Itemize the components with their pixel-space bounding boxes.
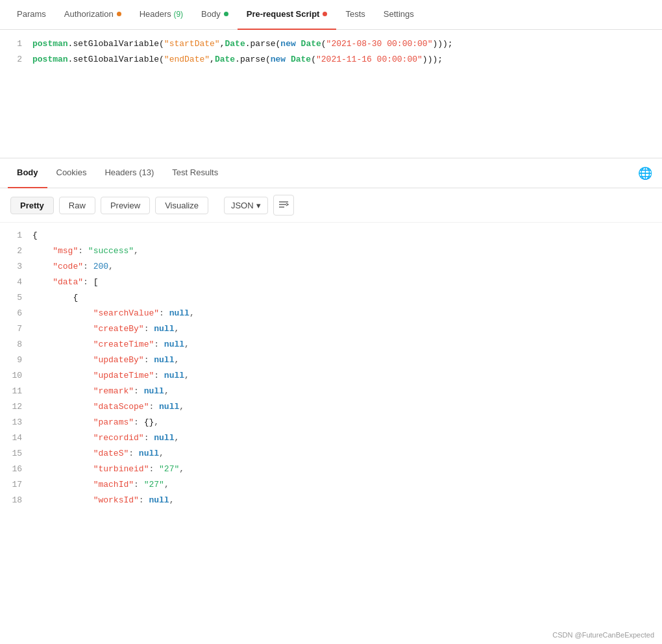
jln-5: 5	[10, 290, 22, 306]
tab-settings[interactable]: Settings	[374, 0, 423, 30]
authorization-dot	[117, 12, 121, 16]
jln-8: 8	[10, 337, 22, 353]
json-line-16: "turbineid": "27",	[32, 462, 662, 477]
format-preview-btn[interactable]: Preview	[101, 197, 150, 214]
line-num-1: 1	[10, 36, 22, 52]
tab-tests-label: Tests	[345, 9, 365, 19]
jln-10: 10	[10, 368, 22, 384]
json-line-11: "remark": null,	[32, 384, 662, 399]
format-raw-btn[interactable]: Raw	[59, 197, 95, 214]
json-line-6: "searchValue": null,	[32, 306, 662, 321]
json-select-label: JSON	[231, 201, 254, 210]
jln-11: 11	[10, 384, 22, 399]
jln-14: 14	[10, 430, 22, 446]
json-line-13: "params": {},	[32, 415, 662, 430]
json-line-3: "code": 200,	[32, 259, 662, 275]
json-code-content: { "msg": "success", "code": 200, "data":…	[32, 228, 662, 508]
tab-body[interactable]: Body	[192, 0, 238, 30]
json-line-18: "worksId": null,	[32, 493, 662, 508]
tab-params[interactable]: Params	[8, 0, 55, 30]
response-tab-cookies[interactable]: Cookies	[47, 158, 96, 188]
bottom-tab-bar: Body Cookies Headers (13) Test Results 🌐	[0, 158, 662, 188]
response-tab-testresults-label: Test Results	[172, 167, 218, 177]
jln-9: 9	[10, 353, 22, 368]
line-num-2: 2	[10, 52, 22, 68]
tab-body-label: Body	[201, 9, 221, 19]
response-tab-cookies-label: Cookies	[56, 167, 87, 177]
body-dot	[224, 12, 228, 16]
jln-1: 1	[10, 228, 22, 243]
json-line-12: "dataScope": null,	[32, 399, 662, 415]
json-code-area: 1 2 3 4 5 6 7 8 9 10 11 12 13 14 15 16 1…	[0, 223, 662, 514]
json-line-14: "recordid": null,	[32, 430, 662, 446]
jln-2: 2	[10, 243, 22, 259]
json-line-5: {	[32, 290, 662, 306]
response-tab-body-label: Body	[17, 167, 38, 177]
json-format-select[interactable]: JSON ▾	[224, 197, 268, 214]
code-area: 1 2 postman.setGlobalVariable("startDate…	[0, 30, 662, 74]
response-tab-body[interactable]: Body	[8, 158, 47, 188]
tab-prerequest[interactable]: Pre-request Script	[238, 0, 337, 30]
response-tab-testresults[interactable]: Test Results	[163, 158, 227, 188]
jln-18: 18	[10, 493, 22, 508]
json-line-4: "data": [	[32, 275, 662, 290]
tab-headers-label: Headers (9)	[140, 9, 183, 19]
bottom-tabs-left: Body Cookies Headers (13) Test Results	[8, 158, 227, 188]
line-numbers: 1 2	[0, 36, 32, 68]
wrap-text-btn[interactable]	[273, 195, 294, 216]
json-line-10: "updateTime": null,	[32, 368, 662, 384]
jln-12: 12	[10, 399, 22, 415]
tab-prerequest-label: Pre-request Script	[247, 9, 320, 19]
wrap-icon	[278, 199, 289, 211]
globe-icon[interactable]: 🌐	[636, 164, 654, 182]
json-line-2: "msg": "success",	[32, 243, 662, 259]
json-line-9: "updateBy": null,	[32, 353, 662, 368]
jln-17: 17	[10, 477, 22, 493]
tab-params-label: Params	[17, 9, 46, 19]
jln-16: 16	[10, 462, 22, 477]
tab-authorization-label: Authorization	[64, 9, 114, 19]
top-tab-bar: Params Authorization Headers (9) Body Pr…	[0, 0, 662, 30]
tab-authorization[interactable]: Authorization	[55, 0, 130, 30]
json-line-1: {	[32, 228, 662, 243]
json-response[interactable]: 1 2 3 4 5 6 7 8 9 10 11 12 13 14 15 16 1…	[0, 223, 662, 644]
code-content: postman.setGlobalVariable("startDate",Da…	[32, 36, 662, 68]
prerequest-dot	[323, 12, 327, 16]
jln-4: 4	[10, 275, 22, 290]
script-line-1: postman.setGlobalVariable("startDate",Da…	[32, 36, 662, 52]
response-tab-headers-label: Headers (13)	[104, 167, 154, 177]
tab-headers[interactable]: Headers (9)	[130, 0, 192, 30]
script-line-2: postman.setGlobalVariable("endDate",Date…	[32, 52, 662, 68]
tab-tests[interactable]: Tests	[336, 0, 374, 30]
script-editor[interactable]: 1 2 postman.setGlobalVariable("startDate…	[0, 30, 662, 158]
watermark: CSDN @FutureCanBeExpected	[552, 631, 654, 639]
jln-13: 13	[10, 415, 22, 430]
jln-3: 3	[10, 259, 22, 275]
jln-6: 6	[10, 306, 22, 321]
format-visualize-btn[interactable]: Visualize	[155, 197, 208, 214]
format-pretty-btn[interactable]: Pretty	[10, 197, 54, 214]
response-tab-headers[interactable]: Headers (13)	[95, 158, 163, 188]
json-line-8: "createTime": null,	[32, 337, 662, 353]
jln-7: 7	[10, 321, 22, 337]
jln-15: 15	[10, 446, 22, 462]
json-line-7: "createBy": null,	[32, 321, 662, 337]
json-line-numbers: 1 2 3 4 5 6 7 8 9 10 11 12 13 14 15 16 1…	[0, 228, 32, 508]
json-line-17: "machId": "27",	[32, 477, 662, 493]
tab-settings-label: Settings	[384, 9, 414, 19]
json-line-15: "dateS": null,	[32, 446, 662, 462]
chevron-down-icon: ▾	[256, 201, 261, 210]
format-toolbar: Pretty Raw Preview Visualize JSON ▾	[0, 188, 662, 223]
